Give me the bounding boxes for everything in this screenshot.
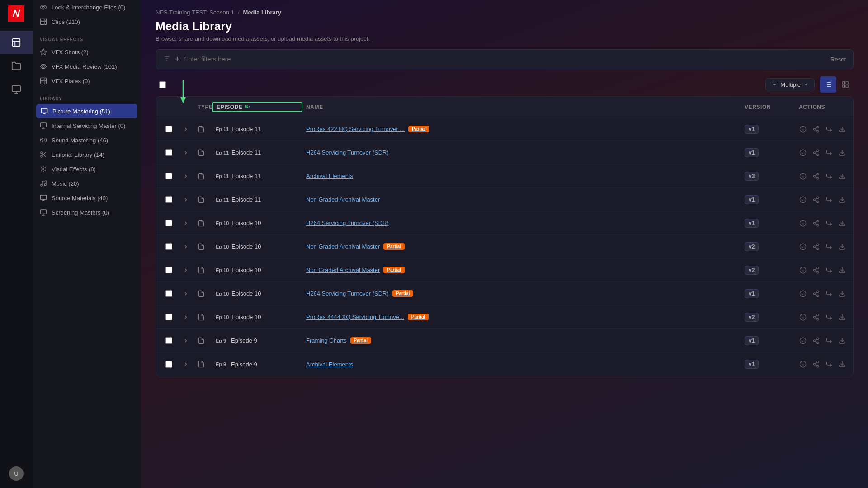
row-name-11[interactable]: Archival Elements bbox=[302, 361, 741, 368]
row-name-1[interactable]: ProRes 422 HQ Servicing Turnover ... Par… bbox=[302, 126, 741, 132]
info-button-6[interactable] bbox=[799, 241, 807, 252]
download-button-10[interactable] bbox=[838, 335, 846, 346]
share-button-6[interactable] bbox=[812, 241, 820, 252]
expand-button[interactable] bbox=[181, 313, 190, 322]
share-button-3[interactable] bbox=[812, 171, 820, 182]
info-button-8[interactable] bbox=[799, 288, 807, 299]
download-button-8[interactable] bbox=[838, 288, 846, 299]
forward-button-3[interactable] bbox=[825, 171, 833, 182]
expand-button[interactable] bbox=[181, 360, 190, 369]
row-expand-4[interactable] bbox=[178, 195, 194, 204]
nav-folder[interactable] bbox=[0, 54, 33, 78]
forward-button-5[interactable] bbox=[825, 218, 833, 229]
sidebar-item-source-materials[interactable]: Source Materials (40) bbox=[33, 191, 141, 205]
row-expand-8[interactable] bbox=[178, 289, 194, 298]
download-button-2[interactable] bbox=[838, 147, 846, 158]
sidebar-item-clips[interactable]: Clips (210) bbox=[33, 14, 141, 29]
breadcrumb-project[interactable]: NPS Training TEST: Season 1 bbox=[156, 9, 234, 16]
forward-button-11[interactable] bbox=[825, 359, 833, 370]
row-checkbox-9[interactable] bbox=[165, 314, 172, 320]
expand-button[interactable] bbox=[181, 172, 190, 181]
filter-reset-button[interactable]: Reset bbox=[830, 56, 846, 63]
share-button-4[interactable] bbox=[812, 194, 820, 205]
info-button-4[interactable] bbox=[799, 194, 807, 205]
info-button-2[interactable] bbox=[799, 147, 807, 158]
share-button-10[interactable] bbox=[812, 335, 820, 346]
forward-button-10[interactable] bbox=[825, 335, 833, 346]
info-button-11[interactable] bbox=[799, 359, 807, 370]
sidebar-item-picture-mastering[interactable]: Picture Mastering (51) bbox=[36, 104, 137, 118]
download-button-4[interactable] bbox=[838, 194, 846, 205]
row-checkbox-2[interactable] bbox=[165, 149, 172, 156]
sidebar-item-vfx-shots[interactable]: VFX Shots (2) bbox=[33, 45, 141, 59]
expand-button[interactable] bbox=[181, 125, 190, 134]
row-expand-10[interactable] bbox=[178, 336, 194, 345]
view-grid-button[interactable] bbox=[837, 76, 854, 93]
download-button-11[interactable] bbox=[838, 359, 846, 370]
share-button-9[interactable] bbox=[812, 312, 820, 323]
sidebar-item-music[interactable]: Music (20) bbox=[33, 176, 141, 191]
forward-button-6[interactable] bbox=[825, 241, 833, 252]
row-name-6[interactable]: Non Graded Archival Master Partial bbox=[302, 243, 741, 250]
row-checkbox-11[interactable] bbox=[165, 361, 172, 368]
nav-history[interactable] bbox=[0, 78, 33, 101]
row-checkbox-1[interactable] bbox=[165, 126, 172, 132]
info-button-9[interactable] bbox=[799, 312, 807, 323]
sidebar-item-internal-servicing[interactable]: Internal Servicing Master (0) bbox=[33, 118, 141, 133]
view-list-button[interactable] bbox=[820, 76, 836, 93]
sidebar-item-screening-masters[interactable]: Screening Masters (0) bbox=[33, 205, 141, 220]
expand-button[interactable] bbox=[181, 148, 190, 157]
forward-button-7[interactable] bbox=[825, 265, 833, 276]
row-checkbox-8[interactable] bbox=[165, 290, 172, 297]
share-button-1[interactable] bbox=[812, 124, 820, 135]
select-all-checkbox[interactable] bbox=[159, 81, 166, 88]
row-name-10[interactable]: Framing Charts Partial bbox=[302, 337, 741, 344]
info-button-7[interactable] bbox=[799, 265, 807, 276]
row-checkbox-4[interactable] bbox=[165, 196, 172, 203]
forward-button-4[interactable] bbox=[825, 194, 833, 205]
row-checkbox-7[interactable] bbox=[165, 267, 172, 273]
row-name-4[interactable]: Non Graded Archival Master bbox=[302, 196, 741, 203]
forward-button-2[interactable] bbox=[825, 147, 833, 158]
expand-button[interactable] bbox=[181, 289, 190, 298]
row-checkbox-3[interactable] bbox=[165, 173, 172, 179]
th-episode[interactable]: Episode ⇅↑ bbox=[212, 102, 302, 112]
row-expand-5[interactable] bbox=[178, 219, 194, 228]
info-button-10[interactable] bbox=[799, 335, 807, 346]
sidebar-item-sound-mastering[interactable]: Sound Mastering (46) bbox=[33, 133, 141, 147]
download-button-7[interactable] bbox=[838, 265, 846, 276]
netflix-logo[interactable]: N bbox=[0, 0, 33, 27]
sidebar-item-visual-effects[interactable]: Visual Effects (8) bbox=[33, 162, 141, 176]
row-name-2[interactable]: H264 Servicing Turnover (SDR) bbox=[302, 149, 741, 156]
row-expand-11[interactable] bbox=[178, 360, 194, 369]
expand-button[interactable] bbox=[181, 195, 190, 204]
filter-add-button[interactable]: + bbox=[175, 55, 180, 64]
expand-button[interactable] bbox=[181, 266, 190, 275]
row-name-7[interactable]: Non Graded Archival Master Partial bbox=[302, 267, 741, 273]
download-button-3[interactable] bbox=[838, 171, 846, 182]
download-button-1[interactable] bbox=[838, 124, 846, 135]
row-expand-9[interactable] bbox=[178, 313, 194, 322]
user-avatar[interactable]: U bbox=[9, 466, 24, 481]
forward-button-9[interactable] bbox=[825, 312, 833, 323]
download-button-5[interactable] bbox=[838, 218, 846, 229]
share-button-7[interactable] bbox=[812, 265, 820, 276]
info-button-3[interactable] bbox=[799, 171, 807, 182]
row-expand-7[interactable] bbox=[178, 266, 194, 275]
sort-dropdown[interactable]: Multiple bbox=[765, 78, 815, 91]
row-expand-6[interactable] bbox=[178, 242, 194, 251]
row-checkbox-6[interactable] bbox=[165, 243, 172, 250]
row-expand-3[interactable] bbox=[178, 172, 194, 181]
row-expand-1[interactable] bbox=[178, 125, 194, 134]
row-expand-2[interactable] bbox=[178, 148, 194, 157]
expand-button[interactable] bbox=[181, 219, 190, 228]
sidebar-item-editorial[interactable]: Editorial Library (14) bbox=[33, 147, 141, 162]
sidebar-item-vfx-plates[interactable]: VFX Plates (0) bbox=[33, 74, 141, 88]
info-button-1[interactable] bbox=[799, 124, 807, 135]
sidebar-item-vfx-media[interactable]: VFX Media Review (101) bbox=[33, 59, 141, 74]
info-button-5[interactable] bbox=[799, 218, 807, 229]
expand-button[interactable] bbox=[181, 336, 190, 345]
filter-input[interactable] bbox=[184, 56, 826, 63]
row-checkbox-10[interactable] bbox=[165, 337, 172, 344]
row-name-8[interactable]: H264 Servicing Turnover (SDR) Partial bbox=[302, 290, 741, 297]
